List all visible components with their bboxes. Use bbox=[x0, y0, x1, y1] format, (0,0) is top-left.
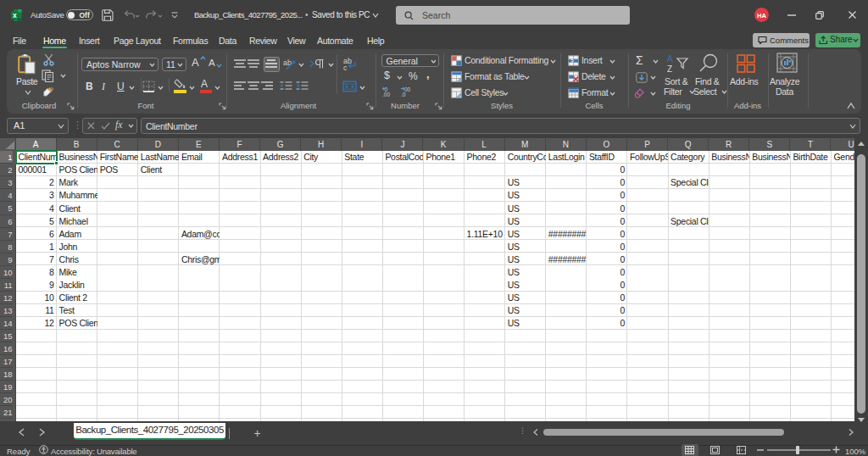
svg-text:c: c bbox=[343, 64, 348, 71]
svg-text:.00: .00 bbox=[382, 92, 390, 97]
svg-text:A: A bbox=[667, 54, 673, 64]
svg-text:Z: Z bbox=[667, 64, 672, 74]
svg-text:x: x bbox=[13, 11, 17, 19]
svg-text:.0: .0 bbox=[401, 92, 406, 97]
